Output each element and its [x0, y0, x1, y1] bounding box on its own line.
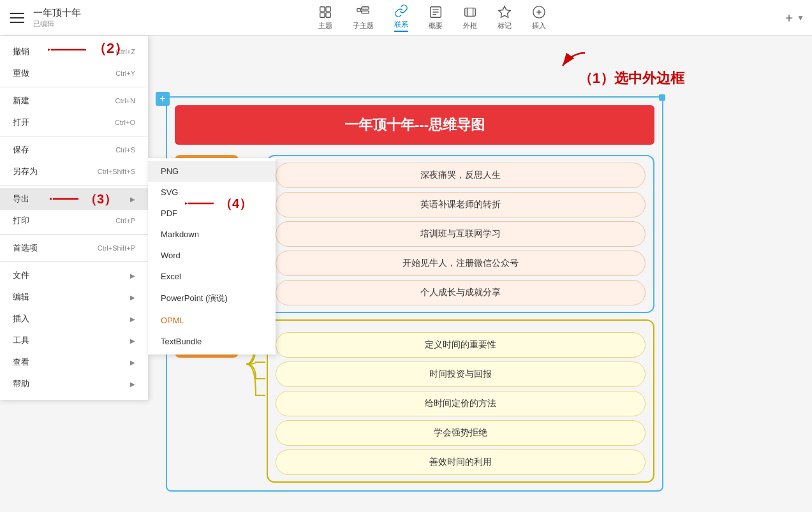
- export-pdf[interactable]: PDF: [148, 203, 276, 224]
- frame-btn[interactable]: 外框: [463, 5, 477, 31]
- add-button[interactable]: ＋ ▼: [783, 9, 804, 26]
- menu-export-arrow: ▶: [130, 196, 135, 203]
- menu-open[interactable]: 打开 Ctrl+O: [0, 112, 148, 133]
- menu-save-as-shortcut: Ctrl+Shift+S: [98, 168, 135, 175]
- export-markdown[interactable]: Markdown: [148, 224, 276, 245]
- insert-label-right: ▼: [797, 13, 804, 22]
- toolbar-center: 主题 子主题 联系 概要 外框 标记 插入: [81, 4, 783, 32]
- yellow-node-3[interactable]: 学会强势拒绝: [276, 420, 646, 446]
- export-png[interactable]: PNG: [148, 161, 276, 182]
- export-textbundle-label: TextBundle: [161, 337, 202, 346]
- annotation-1: （1）选中外边框: [579, 69, 684, 88]
- export-excel-label: Excel: [161, 272, 181, 281]
- main-area: （1）选中外边框 （2） + 一年顶十年---思维导图: [0, 36, 812, 512]
- sub-theme-btn[interactable]: 子主题: [353, 5, 374, 31]
- yellow-node-0[interactable]: 定义时间的重要性: [276, 332, 646, 358]
- title-node[interactable]: 一年顶十年---思维导图: [175, 105, 654, 145]
- menu-redo-label: 重做: [13, 68, 29, 79]
- divider-3: [0, 185, 148, 186]
- yellow-node-2[interactable]: 给时间定价的方法: [276, 391, 646, 416]
- blue-node-0[interactable]: 深夜痛哭，反思人生: [276, 163, 646, 188]
- sub-menu-export: PNG SVG PDF Markdown Word Excel PowerPoi…: [148, 158, 276, 355]
- export-ppt-label: PowerPoint (演说): [161, 293, 228, 303]
- link-btn[interactable]: 联系: [394, 4, 408, 32]
- svg-line-7: [360, 8, 362, 10]
- link-label: 联系: [394, 20, 408, 29]
- menu-file-label: 文件: [13, 270, 29, 281]
- menu-save-as[interactable]: 另存为 Ctrl+Shift+S: [0, 161, 148, 182]
- outline-btn[interactable]: 概要: [429, 5, 443, 31]
- menu-save-shortcut: Ctrl+S: [115, 146, 135, 154]
- toolbar-right: ＋ ▼: [783, 9, 804, 26]
- blue-node-2[interactable]: 培训班与互联网学习: [276, 221, 646, 247]
- blue-node-1[interactable]: 英语补课老师的转折: [276, 192, 646, 217]
- blue-group: 深夜痛哭，反思人生 英语补课老师的转折 培训班与互联网学习 开始见牛人，注册微信…: [267, 155, 654, 313]
- export-pdf-label: PDF: [161, 208, 177, 218]
- left-menu: 撤销 Ctrl+Z 重做 Ctrl+Y 新建 Ctrl+N 打开 Ctrl+O …: [0, 36, 148, 400]
- menu-undo-shortcut: Ctrl+Z: [116, 48, 135, 55]
- mark-label: 标记: [498, 21, 512, 31]
- export-excel[interactable]: Excel: [148, 266, 276, 287]
- toolbar-title: 一年顶十年: [33, 7, 81, 19]
- menu-edit[interactable]: 编辑 ▶: [0, 286, 148, 308]
- svg-rect-1: [325, 6, 330, 11]
- yellow-nodes-list: 定义时间的重要性 时间投资与回报 给时间定价的方法 学会强势拒绝 善效时间的利用: [276, 332, 646, 475]
- yellow-node-4[interactable]: 善效时间的利用: [276, 450, 646, 475]
- map-plus-button[interactable]: +: [156, 92, 170, 106]
- menu-open-shortcut: Ctrl+O: [115, 119, 135, 126]
- blue-node-4[interactable]: 个人成长与成就分享: [276, 280, 646, 305]
- menu-tools[interactable]: 工具 ▶: [0, 330, 148, 351]
- menu-help-arrow: ▶: [130, 381, 135, 388]
- menu-open-label: 打开: [13, 117, 29, 128]
- menu-insert[interactable]: 插入 ▶: [0, 308, 148, 330]
- menu-insert-arrow: ▶: [130, 316, 135, 323]
- menu-print-shortcut: Ctrl+P: [115, 217, 135, 224]
- svg-rect-3: [325, 12, 330, 17]
- title-text: 一年顶十年---思维导图: [344, 117, 485, 133]
- menu-undo-label: 撤销: [13, 46, 29, 57]
- svg-rect-2: [320, 12, 324, 17]
- export-svg[interactable]: SVG: [148, 182, 276, 203]
- menu-preferences[interactable]: 首选项 Ctrl+Shift+P: [0, 237, 148, 259]
- export-png-label: PNG: [161, 166, 179, 176]
- menu-view[interactable]: 查看 ▶: [0, 351, 148, 373]
- menu-view-arrow: ▶: [130, 359, 135, 366]
- menu-new[interactable]: 新建 Ctrl+N: [0, 90, 148, 112]
- insert-label: 插入: [532, 21, 546, 31]
- menu-export-label: 导出: [13, 193, 29, 205]
- menu-new-shortcut: Ctrl+N: [115, 97, 135, 105]
- svg-rect-5: [362, 6, 369, 9]
- menu-help-label: 帮助: [13, 378, 29, 390]
- divider-4: [0, 234, 148, 235]
- yellow-nodes-area: 定义时间的重要性 时间投资与回报 给时间定价的方法 学会强势拒绝 善效时间的利用: [246, 319, 654, 483]
- export-opml[interactable]: OPML: [148, 310, 276, 331]
- frame-handle[interactable]: [659, 94, 665, 101]
- insert-btn[interactable]: 插入: [532, 5, 546, 31]
- menu-export[interactable]: 导出 ▶: [0, 188, 148, 210]
- divider-5: [0, 261, 148, 262]
- menu-insert-label: 插入: [13, 313, 29, 325]
- menu-edit-label: 编辑: [13, 291, 29, 303]
- yellow-node-1[interactable]: 时间投资与回报: [276, 362, 646, 387]
- menu-save[interactable]: 保存 Ctrl+S: [0, 139, 148, 161]
- blue-node-3[interactable]: 开始见牛人，注册微信公众号: [276, 251, 646, 276]
- outline-label: 概要: [429, 21, 443, 31]
- menu-undo[interactable]: 撤销 Ctrl+Z: [0, 41, 148, 62]
- menu-file[interactable]: 文件 ▶: [0, 265, 148, 286]
- yellow-group: 定义时间的重要性 时间投资与回报 给时间定价的方法 学会强势拒绝 善效时间的利用: [267, 319, 654, 483]
- menu-button[interactable]: [8, 8, 28, 28]
- toolbar-subtitle: 已编辑: [33, 19, 81, 29]
- export-textbundle[interactable]: TextBundle: [148, 331, 276, 352]
- menu-save-as-label: 另存为: [13, 166, 38, 177]
- menu-help[interactable]: 帮助 ▶: [0, 373, 148, 395]
- mark-btn[interactable]: 标记: [498, 5, 512, 31]
- svg-rect-4: [357, 8, 361, 11]
- menu-print[interactable]: 打印 Ctrl+P: [0, 210, 148, 231]
- export-ppt[interactable]: PowerPoint (演说): [148, 287, 276, 310]
- menu-new-label: 新建: [13, 95, 29, 106]
- export-word[interactable]: Word: [148, 245, 276, 266]
- theme-btn[interactable]: 主题: [318, 5, 332, 31]
- menu-redo[interactable]: 重做 Ctrl+Y: [0, 62, 148, 84]
- menu-file-arrow: ▶: [130, 272, 135, 279]
- blue-nodes-area: 深夜痛哭，反思人生 英语补课老师的转折 培训班与互联网学习 开始见牛人，注册微信…: [246, 155, 654, 313]
